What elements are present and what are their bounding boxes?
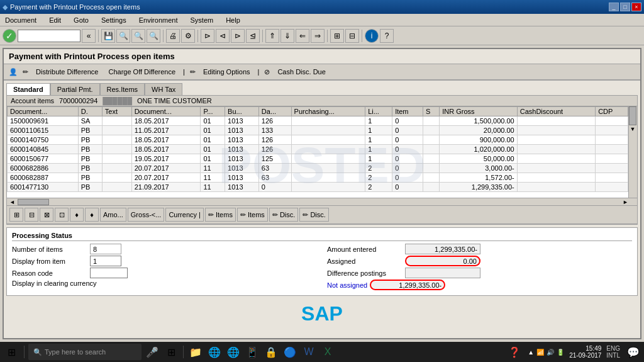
tab-standard[interactable]: Standard (6, 83, 50, 95)
back-btn[interactable]: ✓ (3, 29, 16, 43)
volume-icon: 🔊 (547, 349, 554, 356)
menu-settings[interactable]: Settings (99, 15, 129, 25)
items1-btn[interactable]: ✏ Items (205, 208, 236, 222)
toolbar2-btn3[interactable]: ⊠ (40, 208, 53, 222)
layout-btn[interactable]: ⊞ (330, 29, 344, 43)
items2-btn[interactable]: ✏ Items (237, 208, 268, 222)
table-cell (291, 126, 365, 135)
table-cell (517, 173, 595, 183)
table-row[interactable]: 6000140750PB18.05.201701101312610900,000… (8, 135, 628, 145)
cash-disc-btn[interactable]: Cash Disc. Due (275, 67, 328, 77)
nav1-btn[interactable]: ⊳ (201, 29, 214, 43)
prev-btn[interactable]: « (82, 29, 96, 43)
tab-wh-tax[interactable]: WH Tax (145, 83, 182, 95)
horizontal-scrollbar[interactable]: ◄ ► (7, 198, 637, 205)
nav4-btn[interactable]: ⊴ (246, 29, 260, 43)
toolbar2-btn1[interactable]: ⊞ (9, 208, 23, 222)
chrome-icon[interactable]: 🔵 (282, 344, 298, 360)
amounts-btn[interactable]: Amo... (100, 208, 126, 222)
system-tray: ▲ 📶 🔊 🔋 (528, 349, 564, 356)
col-s: S (423, 107, 439, 116)
table-cell: PB (78, 154, 102, 164)
editing-options-btn[interactable]: Editing Options (201, 67, 253, 77)
action-icon-editing: ✏ (190, 68, 196, 76)
nav2-btn[interactable]: ⊲ (216, 29, 230, 43)
toolbar2-btn6[interactable]: ♦ (85, 208, 99, 222)
table-row[interactable]: 1500009691SA18.05.2017011013126101,500,0… (8, 116, 628, 126)
start-button[interactable]: ⊞ (3, 343, 20, 361)
export-btn[interactable]: ⊟ (345, 29, 359, 43)
find-next-btn[interactable]: 🔍 (131, 29, 145, 43)
disc1-btn[interactable]: ✏ Disc. (269, 208, 299, 222)
settings-btn[interactable]: ⚙ (181, 29, 195, 43)
find-prev-btn[interactable]: 🔍 (147, 29, 160, 43)
menu-system[interactable]: System (187, 15, 216, 25)
info-btn[interactable]: i (365, 29, 379, 43)
vertical-scrollbar[interactable]: ▼ (628, 106, 637, 198)
menu-document[interactable]: Document (3, 15, 39, 25)
mic-icon[interactable]: 🎤 (144, 344, 160, 360)
app1-icon[interactable]: 📱 (244, 344, 260, 360)
ie-icon[interactable]: 🌐 (225, 344, 242, 360)
pg-up-btn[interactable]: ⇑ (265, 29, 279, 43)
disc2-btn[interactable]: ✏ Disc. (299, 208, 329, 222)
table-row[interactable]: 6000682887PB20.07.201711101363201,572.00… (8, 173, 628, 183)
table-row[interactable]: 6000140845PB18.05.2017011013126101,020,0… (8, 145, 628, 154)
file-explorer-icon[interactable]: 📁 (187, 344, 204, 360)
menu-edit[interactable]: Edit (47, 15, 64, 25)
distribute-difference-btn[interactable]: Distribute Difference (33, 67, 101, 77)
value-reason-code[interactable] (90, 268, 128, 278)
table-cell: 2 (365, 164, 392, 173)
nav3-btn[interactable]: ⊳ (231, 29, 245, 43)
menu-goto[interactable]: Goto (71, 15, 91, 25)
table-row[interactable]: 6000150677PB19.05.20170110131251050,000.… (8, 154, 628, 164)
label-num-items: Number of items (12, 246, 87, 253)
print-btn[interactable]: 🖨 (166, 29, 180, 43)
help2-btn[interactable]: ? (380, 29, 394, 43)
charge-off-btn[interactable]: Charge Off Difference (106, 67, 178, 77)
minimize-btn[interactable]: _ (609, 3, 619, 11)
menu-environment[interactable]: Environment (136, 15, 180, 25)
value-num-items: 8 (90, 244, 121, 254)
toolbar2-btn4[interactable]: ⊡ (55, 208, 69, 222)
action-sep2: | (258, 68, 260, 76)
app2-icon[interactable]: 🔒 (263, 344, 279, 360)
close-btn[interactable]: × (631, 3, 641, 11)
value-display-from[interactable]: 1 (90, 256, 121, 266)
table-cell: 6000140845 (8, 145, 79, 154)
tab-res-items[interactable]: Res.Items (100, 83, 145, 95)
label-reason-code: Reason code (12, 269, 87, 277)
date-display: 21-09-2017 (569, 352, 601, 359)
toolbar2-btn5[interactable]: ♦ (70, 208, 84, 222)
pg-dn-btn[interactable]: ⇓ (280, 29, 294, 43)
help-icon[interactable]: ❓ (506, 344, 523, 360)
menu-help[interactable]: Help (223, 15, 243, 25)
notification-icon[interactable]: 💬 (625, 344, 641, 360)
sap-logo: SAP (301, 302, 343, 325)
table-row[interactable]: 6000110615PB11.05.20170110131331020,000.… (8, 126, 628, 135)
maximize-btn[interactable]: □ (620, 3, 630, 11)
table-cell (596, 126, 628, 135)
label-amount-entered: Amount entered (327, 246, 402, 253)
excel-icon[interactable]: X (319, 344, 336, 360)
toolbar-input[interactable] (18, 30, 80, 42)
table-row[interactable]: 6001477130PB21.09.20171110130201,299,335… (8, 183, 628, 192)
table-cell: 2 (365, 183, 392, 192)
currency-btn[interactable]: Currency | (165, 208, 204, 222)
action-bar: 👤 ✏ Distribute Difference Charge Off Dif… (4, 64, 640, 81)
pg-right-btn[interactable]: ⇒ (311, 29, 325, 43)
search-taskbar-area[interactable]: 🔍 Type here to search (28, 344, 142, 360)
table-row[interactable]: 6000682886PB20.07.201711101363203,000.00… (8, 164, 628, 173)
find-btn[interactable]: 🔍 (116, 29, 130, 43)
pg-left-btn[interactable]: ⇐ (296, 29, 309, 43)
toolbar2-btn2[interactable]: ⊟ (25, 208, 38, 222)
account-name: ONE TIME CUSTOMER (137, 97, 212, 105)
task-view-icon[interactable]: ⊞ (163, 344, 179, 360)
gross-btn[interactable]: Gross-<... (128, 208, 165, 222)
save-btn[interactable]: 💾 (101, 29, 115, 43)
tab-partial[interactable]: Partial Pmt. (50, 83, 100, 95)
table-cell (291, 173, 365, 183)
table-cell: 0 (392, 183, 423, 192)
word-icon[interactable]: W (301, 344, 317, 360)
edge-icon[interactable]: 🌐 (206, 344, 223, 360)
